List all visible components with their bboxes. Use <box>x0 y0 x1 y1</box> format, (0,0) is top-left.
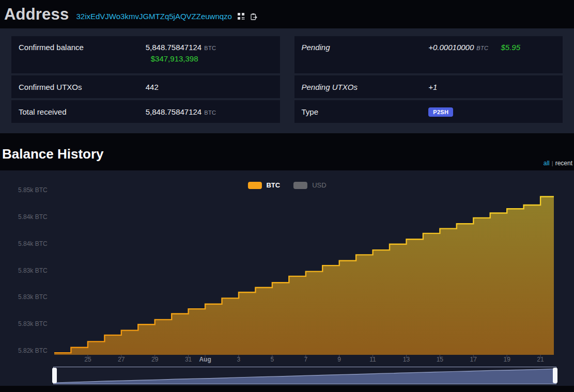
table-row-confirmed-utxos: Confirmed UTXOs 442 <box>11 75 280 98</box>
y-axis-label: 5.83k BTC <box>18 267 48 274</box>
x-axis-label: 3 <box>237 356 241 363</box>
range-link-recent[interactable]: recent <box>555 160 572 167</box>
balance-area-chart[interactable] <box>0 170 574 386</box>
table-row-total-received: Total received 5,848.75847124BTC <box>11 100 280 123</box>
x-axis-label: 29 <box>151 356 158 363</box>
usd-amount: $5.95 <box>501 43 520 52</box>
y-axis-label: 5.85k BTC <box>18 186 48 194</box>
row-value: 5,848.75847124BTC $347,913,398 <box>146 43 273 63</box>
row-label: Total received <box>19 107 146 116</box>
address-block: 32ixEdVJWo3kmvJGMTZq5jAQVZZeuwnqzo <box>76 12 257 21</box>
legend-swatch <box>247 182 261 189</box>
address-type-badge: P2SH <box>428 107 453 117</box>
row-label: Pending UTXOs <box>302 83 429 91</box>
btc-amount: +0.00010000 <box>428 43 474 52</box>
row-value: 5,848.75847124BTC <box>146 107 273 116</box>
navigator-left-handle[interactable] <box>52 368 57 383</box>
btc-amount: 5,848.75847124 <box>146 107 201 116</box>
usd-amount: $347,913,398 <box>146 54 273 63</box>
row-value: +1 <box>428 83 555 91</box>
legend-swatch <box>293 182 307 189</box>
x-axis-label: 19 <box>503 356 510 363</box>
balance-history-chart: BTCUSD 25272931Aug35791113151719215.85k … <box>0 170 574 386</box>
chart-zoom-navigator[interactable] <box>53 367 556 384</box>
table-row-confirmed-balance: Confirmed balance 5,848.75847124BTC $347… <box>11 36 280 73</box>
btc-unit: BTC <box>204 109 216 116</box>
btc-unit: BTC <box>476 45 488 51</box>
row-label: Type <box>302 107 429 116</box>
x-axis-label: 25 <box>84 356 91 363</box>
balance-history-header: Balance History all|recent <box>0 133 574 170</box>
copy-clipboard-icon[interactable] <box>250 13 257 20</box>
btc-unit: BTC <box>204 45 216 51</box>
y-axis-label: 5.83k BTC <box>18 320 48 327</box>
y-axis-label: 5.84k BTC <box>18 240 48 247</box>
qr-code-icon[interactable] <box>238 13 244 20</box>
utxo-count: 442 <box>146 83 159 91</box>
confirmed-table: Confirmed balance 5,848.75847124BTC $347… <box>11 36 280 123</box>
pending-table: Pending +0.00010000BTC$5.95 Pending UTXO… <box>294 36 563 123</box>
y-axis-label: 5.82k BTC <box>18 347 48 354</box>
range-link-separator: | <box>552 160 553 166</box>
table-row-pending: Pending +0.00010000BTC$5.95 <box>294 36 563 73</box>
y-axis-label: 5.84k BTC <box>18 213 48 221</box>
y-axis-label: 5.83k BTC <box>18 293 48 301</box>
section-title: Balance History <box>0 133 574 162</box>
x-axis-label: 15 <box>437 356 443 363</box>
row-label: Confirmed balance <box>19 43 146 52</box>
chart-legend: BTCUSD <box>247 181 326 189</box>
btc-amount: 5,848.75847124 <box>146 43 201 52</box>
utxo-count: +1 <box>428 83 437 91</box>
x-axis-label: 7 <box>304 356 307 363</box>
range-link-all[interactable]: all <box>544 160 550 167</box>
x-axis-label: 5 <box>271 356 274 363</box>
address-link[interactable]: 32ixEdVJWo3kmvJGMTZq5jAQVZZeuwnqzo <box>76 12 232 21</box>
range-selector: all|recent <box>544 160 572 167</box>
x-axis-label: 11 <box>369 356 376 363</box>
table-row-type: Type P2SH <box>294 100 563 123</box>
legend-item-btc[interactable]: BTC <box>247 181 280 189</box>
x-axis-label: 13 <box>403 356 410 363</box>
row-label: Pending <box>302 43 429 52</box>
navigator-right-handle[interactable] <box>553 368 557 383</box>
table-row-pending-utxos: Pending UTXOs +1 <box>294 75 563 98</box>
x-axis-label: 9 <box>337 356 341 363</box>
x-axis-label: Aug <box>199 356 211 363</box>
row-value: 442 <box>146 83 273 91</box>
x-axis-label: 17 <box>470 356 477 363</box>
address-overview: Confirmed balance 5,848.75847124BTC $347… <box>0 28 574 133</box>
legend-label: BTC <box>266 181 280 189</box>
legend-item-usd[interactable]: USD <box>293 181 326 189</box>
row-value: +0.00010000BTC$5.95 <box>428 43 555 52</box>
x-axis-label: 21 <box>537 356 544 363</box>
legend-label: USD <box>312 181 326 189</box>
page-title: Address <box>4 5 69 24</box>
x-axis-label: 31 <box>185 356 192 363</box>
row-label: Confirmed UTXOs <box>19 83 146 91</box>
row-value: P2SH <box>428 107 555 117</box>
page-header: Address 32ixEdVJWo3kmvJGMTZq5jAQVZZeuwnq… <box>0 0 574 28</box>
x-axis-label: 27 <box>118 356 125 363</box>
